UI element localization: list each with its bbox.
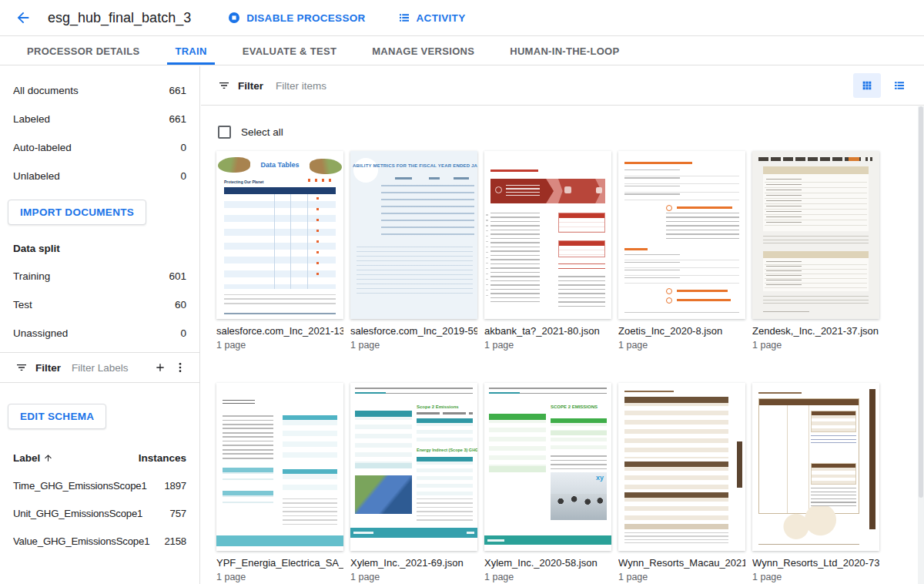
thumb-link-lines — [811, 435, 856, 446]
thumb-watermark — [775, 506, 845, 540]
sidebar-item-labeled[interactable]: Labeled 661 — [0, 105, 199, 133]
thumb-table — [624, 461, 728, 489]
add-label-button[interactable] — [150, 357, 170, 378]
document-thumbnail[interactable]: Scope 2 Emissions Energy Indirect (Scope… — [350, 383, 477, 551]
document-card: akbank_ta?_2021-80.json 1 page — [484, 151, 611, 351]
sidebar-item-training[interactable]: Training 601 — [0, 262, 199, 290]
select-all-label: Select all — [241, 126, 283, 138]
thumb-paragraph — [357, 247, 473, 294]
activity-label: ACTIVITY — [417, 12, 466, 24]
select-all-checkbox[interactable] — [218, 126, 231, 139]
row-count: 60 — [175, 299, 186, 310]
document-thumbnail[interactable] — [618, 383, 745, 551]
thumb-link-underline — [489, 392, 520, 394]
thumb-heading — [758, 392, 802, 394]
document-name[interactable]: Zendesk,_Inc._2021-37.json — [752, 325, 879, 337]
thumb-footer-band — [216, 535, 343, 546]
label-name: Value_GHG_EmissionsScope1 — [13, 535, 149, 547]
document-card: Zendesk,_Inc._2021-37.json 1 page — [752, 151, 879, 351]
thumb-photo-people — [551, 494, 607, 520]
sidebar-item-test[interactable]: Test 60 — [0, 290, 199, 319]
thumb-legend — [308, 179, 334, 182]
thumb-nav-tabs — [758, 157, 861, 161]
sidebar-item-unassigned[interactable]: Unassigned 0 — [0, 319, 199, 347]
scrollbar-thumb[interactable] — [919, 106, 923, 498]
thumb-table — [624, 397, 728, 458]
tab-evaluate-test[interactable]: EVALUATE & TEST — [235, 37, 344, 65]
document-name[interactable]: Wynn_Resorts_Ltd_2020-73… — [752, 557, 879, 569]
sidebar-item-unlabeled[interactable]: Unlabeled 0 — [0, 162, 199, 190]
items-filter-input[interactable]: Filter items — [276, 80, 849, 92]
row-label: Training — [13, 270, 50, 282]
filter-label: Filter — [35, 362, 61, 374]
document-thumbnail[interactable] — [484, 151, 611, 319]
label-row-unit-ghg[interactable]: Unit_GHG_EmissionsScope1 757 — [0, 499, 199, 527]
tab-manage-versions[interactable]: MANAGE VERSIONS — [364, 37, 482, 65]
app-header: esg_hub_final_batch_3 DISABLE PROCESSOR … — [0, 0, 924, 36]
edit-schema-button[interactable]: EDIT SCHEMA — [8, 404, 106, 429]
document-thumbnail[interactable] — [216, 383, 343, 551]
document-thumbnail[interactable] — [618, 151, 745, 319]
back-icon[interactable] — [14, 8, 32, 27]
document-page-count: 1 page — [216, 572, 343, 582]
document-name[interactable]: Xylem_Inc._2020-58.json — [484, 557, 611, 569]
thumb-table-total-row — [355, 463, 412, 468]
document-card: Scope 2 Emissions Energy Indirect (Scope… — [350, 383, 477, 582]
thumb-footer-text — [353, 532, 373, 534]
thumb-photo — [355, 475, 412, 514]
document-thumbnail[interactable]: ABILITY METRICS FOR THE FISCAL YEAR ENDE… — [350, 151, 477, 319]
activity-button[interactable]: ACTIVITY — [398, 12, 466, 24]
thumb-paragraph — [811, 488, 856, 506]
document-thumbnail[interactable]: SCOPE 2 EMISSIONS xy — [484, 383, 611, 551]
thumb-table — [417, 457, 473, 495]
document-page-count: 1 page — [350, 572, 477, 582]
vertical-scrollbar[interactable] — [918, 106, 924, 584]
thumb-footer — [758, 544, 859, 545]
list-view-toggle[interactable] — [886, 73, 913, 98]
sidebar-item-all-documents[interactable]: All documents 661 — [0, 76, 199, 105]
thumb-footer-text — [467, 532, 474, 534]
document-page-count: 1 page — [752, 340, 879, 351]
document-card: SCOPE 2 EMISSIONS xy Xylem_Inc._2020-58.… — [484, 383, 611, 582]
document-name[interactable]: salesforce.com_Inc_2019-59… — [350, 325, 477, 337]
grid-view-toggle[interactable] — [853, 73, 881, 98]
instances-column-header[interactable]: Instances — [139, 452, 186, 464]
tab-train[interactable]: TRAIN — [167, 37, 214, 65]
row-label: Auto-labeled — [13, 142, 72, 153]
document-page-count: 1 page — [618, 340, 745, 351]
thumb-accent-dots — [316, 197, 319, 284]
row-label: All documents — [13, 85, 79, 96]
sidebar-item-auto-labeled[interactable]: Auto-labeled 0 — [0, 133, 199, 162]
document-thumbnail[interactable] — [752, 151, 879, 319]
label-filter-input[interactable]: Filter Labels — [72, 362, 150, 374]
document-name[interactable]: Wynn_Resorts_Macau_2021… — [618, 557, 745, 569]
plus-icon — [154, 361, 166, 374]
document-name[interactable]: Zoetis_Inc_2020-8.json — [618, 325, 745, 337]
label-row-value-ghg[interactable]: Value_GHG_EmissionsScope1 2158 — [0, 527, 199, 555]
thumb-text: Protecting Our Planet — [224, 180, 263, 184]
document-name[interactable]: Xylem_Inc._2021-69.json — [350, 557, 477, 569]
tab-human-in-the-loop[interactable]: HUMAN-IN-THE-LOOP — [502, 37, 627, 65]
label-instances: 757 — [170, 508, 186, 519]
disable-processor-button[interactable]: DISABLE PROCESSOR — [228, 12, 365, 24]
thumb-heading — [677, 299, 731, 301]
thumb-highlight-circle — [353, 158, 378, 183]
label-more-options-button[interactable] — [170, 357, 190, 378]
label-instances: 1897 — [164, 480, 186, 492]
document-page-count: 1 page — [484, 572, 611, 582]
document-thumbnail[interactable] — [752, 383, 879, 551]
document-page-count: 1 page — [618, 572, 745, 582]
label-row-time-ghg[interactable]: Time_GHG_EmissionsScope1 1897 — [0, 472, 199, 499]
import-documents-button[interactable]: IMPORT DOCUMENTS — [8, 200, 146, 225]
disable-processor-label: DISABLE PROCESSOR — [246, 12, 365, 24]
tab-processor-details[interactable]: PROCESSOR DETAILS — [19, 37, 147, 65]
document-name[interactable]: akbank_ta?_2021-80.json — [484, 325, 611, 337]
document-name[interactable]: YPF_Energia_Electrica_SA_2… — [216, 557, 343, 569]
label-column-header[interactable]: Label — [13, 452, 40, 464]
sort-arrow-up-icon[interactable] — [43, 453, 53, 463]
thumb-text: Energy Indirect (Scope 3) GHG Emis — [417, 448, 477, 452]
thumb-link-underline — [355, 392, 386, 394]
document-thumbnail[interactable]: Data Tables Protecting Our Planet — [216, 151, 343, 319]
document-name[interactable]: salesforce.com_Inc_2021-13… — [216, 325, 343, 337]
filter-icon — [218, 79, 230, 92]
